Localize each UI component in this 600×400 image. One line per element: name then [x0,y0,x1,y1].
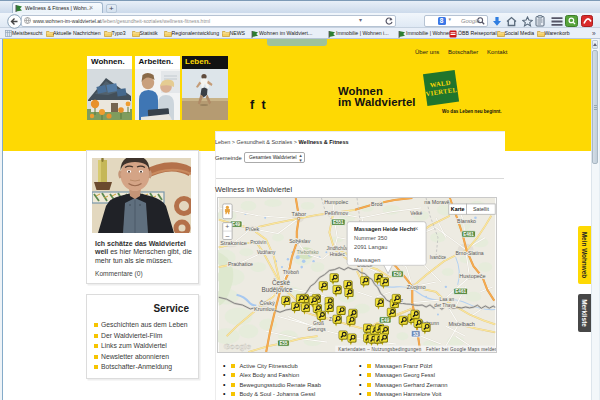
svg-text:Třeboň: Třeboň [283,269,299,275]
svg-text:Protivín: Protivín [250,240,266,245]
svg-text:Humpolec: Humpolec [324,199,348,205]
svg-text:Hradec: Hradec [330,252,346,257]
svg-text:České: České [272,278,290,286]
svg-text:Gerungs: Gerungs [307,327,326,332]
svg-text:Jindřichův: Jindřichův [327,245,349,251]
svg-text:Hustopeče: Hustopeče [459,273,485,279]
svg-text:Kartendaten ‒ Nutzungsbedingun: Kartendaten ‒ Nutzungsbedingungen Fehler… [338,347,497,352]
svg-text:Ivančice: Ivančice [430,255,447,260]
svg-text:Soběslav: Soběslav [289,238,311,244]
svg-text:+: + [225,223,229,230]
svg-text:Massagen Heide Hecht: Massagen Heide Hecht [354,226,415,232]
svg-text:Groß: Groß [313,321,324,326]
svg-text:Znojmo: Znojmo [407,284,426,290]
svg-text:Budějovice: Budějovice [262,286,293,294]
svg-text:Krumlov: Krumlov [254,306,274,312]
svg-text:E551: E551 [333,220,344,225]
svg-text:E55: E55 [279,341,288,346]
svg-text:der Thaya: der Thaya [434,303,456,308]
svg-text:–: – [225,232,229,239]
svg-text:Velké: Velké [410,211,422,216]
svg-text:Prachatice: Prachatice [228,261,253,267]
svg-text:Třeboňsko: Třeboňsko [297,250,319,255]
svg-text:Brod: Brod [371,201,382,207]
svg-text:na Moravě: na Moravě [424,199,449,205]
svg-text:E461: E461 [463,232,474,237]
svg-text:53: 53 [413,332,419,337]
svg-text:Massagen: Massagen [354,257,380,263]
svg-text:Nummer 350: Nummer 350 [354,235,387,241]
svg-text:×: × [414,225,418,232]
svg-text:Google: Google [224,342,252,351]
svg-text:Tábor: Tábor [291,211,306,217]
svg-text:Vodňany: Vodňany [257,250,276,255]
svg-text:Laa an: Laa an [440,297,455,302]
svg-text:Mistelbach: Mistelbach [448,321,474,327]
svg-text:2091 Langau: 2091 Langau [354,244,387,250]
svg-text:Karte: Karte [451,206,465,212]
svg-text:E49: E49 [381,318,390,323]
svg-text:Pelhřimov: Pelhřimov [324,210,348,216]
svg-text:Blansko: Blansko [457,218,476,224]
svg-text:E49: E49 [232,222,241,227]
svg-text:E461: E461 [455,289,466,294]
svg-text:Satellit: Satellit [473,206,490,212]
svg-text:E59: E59 [393,272,402,277]
svg-text:Brno-Slatina: Brno-Slatina [455,250,483,256]
